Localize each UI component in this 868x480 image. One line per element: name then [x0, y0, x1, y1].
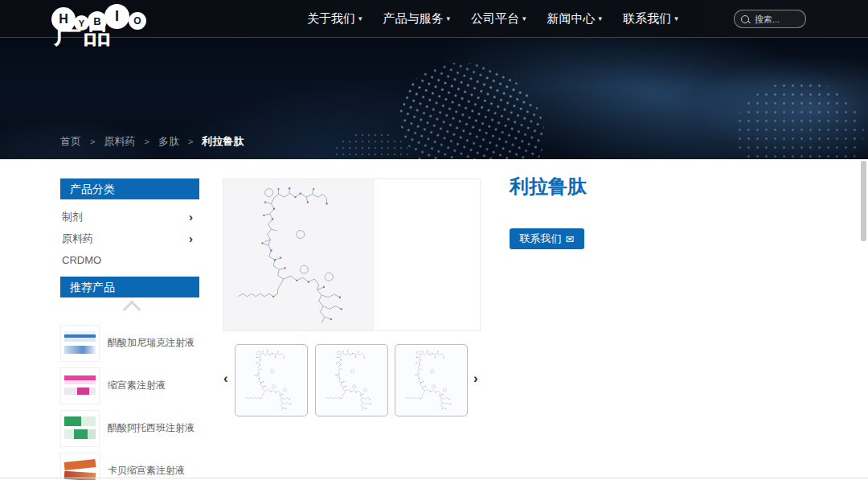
hybio-logo[interactable]: H Y B I O: [51, 2, 156, 35]
caret-down-icon: ▾: [447, 15, 451, 23]
product-category-header: 产品分类: [60, 178, 199, 199]
recommended-product-list: 醋酸加尼瑞克注射液 缩宫素注射液 醋酸阿托西班注射液 卡贝缩宫素注射液: [60, 322, 203, 480]
contact-button-label: 联系我们: [520, 232, 562, 246]
breadcrumb-home[interactable]: 首页: [60, 134, 81, 149]
page-title: 利拉鲁肽: [510, 174, 587, 199]
logo-letter: Y: [74, 15, 89, 31]
image-thumbnail-1[interactable]: [235, 344, 308, 416]
molecule-structure-image: [321, 348, 383, 412]
product-thumbnail-image: [60, 410, 100, 447]
nav-item-news-center[interactable]: 新闻中心 ▾: [547, 11, 603, 27]
contact-us-button[interactable]: 联系我们 ✉: [510, 228, 584, 249]
scrollbar-thumb[interactable]: [861, 161, 866, 241]
product-thumbnail-image: [60, 367, 100, 404]
caret-down-icon: ▾: [358, 15, 362, 23]
breadcrumb-peptides[interactable]: 多肽: [158, 134, 179, 149]
caret-down-icon: ▾: [522, 15, 526, 23]
category-label: 制剂: [62, 210, 83, 224]
main-nav: 关于我们 ▾ 产品与服务 ▾ 公司平台 ▾ 新闻中心 ▾ 联系我们 ▾: [307, 0, 678, 37]
product-name: 醋酸加尼瑞克注射液: [108, 337, 194, 350]
caret-down-icon: ▾: [674, 15, 678, 23]
logo-letter: H: [51, 7, 76, 31]
breadcrumb-separator: >: [144, 137, 149, 146]
nav-item-products-services[interactable]: 产品与服务 ▾: [383, 11, 451, 27]
nav-item-label: 公司平台: [471, 11, 519, 27]
list-item-atosiban[interactable]: 醋酸阿托西班注射液: [60, 407, 203, 449]
product-name: 卡贝缩宫素注射液: [108, 465, 185, 478]
section-divider: [0, 478, 868, 478]
breadcrumb-separator: >: [90, 137, 95, 146]
molecule-structure-image: [400, 348, 463, 412]
carousel-prev-icon[interactable]: ‹: [223, 371, 228, 385]
envelope-icon: ✉: [566, 234, 575, 244]
breadcrumb-api[interactable]: 原料药: [104, 134, 135, 149]
carousel-next-icon[interactable]: ›: [473, 371, 478, 385]
chevron-right-icon: ›: [189, 211, 193, 223]
nav-item-contact-us[interactable]: 联系我们 ▾: [623, 11, 678, 27]
breadcrumb-current: 利拉鲁肽: [202, 134, 244, 149]
chevron-up-icon[interactable]: [123, 301, 141, 319]
product-thumbnail-image: [60, 325, 100, 362]
list-item-ganirelix[interactable]: 醋酸加尼瑞克注射液: [60, 322, 203, 364]
sidebar-item-preparations[interactable]: 制剂 ›: [60, 206, 199, 228]
breadcrumb-separator: >: [188, 137, 193, 146]
page: 关于我们 ▾ 产品与服务 ▾ 公司平台 ▾ 新闻中心 ▾ 联系我们 ▾: [0, 0, 868, 480]
main-content: 产品分类 制剂 › 原料药 › CRDMO 推荐产品 醋酸加尼瑞克注射液: [0, 159, 868, 480]
product-name: 缩宫素注射液: [108, 379, 166, 392]
recommended-products-header: 推荐产品: [60, 277, 199, 297]
search-input[interactable]: [753, 14, 799, 25]
nav-item-label: 关于我们: [307, 11, 355, 27]
nav-item-label: 新闻中心: [547, 11, 596, 27]
category-label: CRDMO: [62, 254, 101, 266]
nav-item-about[interactable]: 关于我们 ▾: [307, 11, 362, 27]
sidebar-item-crdmo[interactable]: CRDMO: [60, 249, 199, 271]
hero-banner: 首页 > 原料药 > 多肽 > 利拉鲁肽: [0, 37, 868, 159]
image-thumbnail-3[interactable]: [395, 344, 468, 416]
category-list: 制剂 › 原料药 › CRDMO: [60, 206, 199, 271]
nav-item-company-platform[interactable]: 公司平台 ▾: [471, 11, 526, 27]
search-box[interactable]: [734, 10, 806, 28]
product-name: 醋酸阿托西班注射液: [108, 422, 194, 435]
product-thumbnail-image: [60, 453, 100, 480]
nav-item-label: 联系我们: [623, 11, 671, 27]
logo-letter: I: [104, 4, 129, 29]
sidebar-item-api[interactable]: 原料药 ›: [60, 228, 199, 249]
list-item-carbetocin[interactable]: 卡贝缩宫素注射液: [60, 449, 203, 480]
list-item-oxytocin[interactable]: 缩宫素注射液: [60, 364, 203, 407]
product-main-image: [223, 178, 481, 331]
molecule-structure-image: [223, 179, 375, 330]
caret-down-icon: ▾: [599, 15, 603, 23]
search-icon: [741, 15, 749, 23]
nav-item-label: 产品与服务: [383, 11, 444, 27]
category-label: 原料药: [62, 232, 93, 246]
breadcrumb: 首页 > 原料药 > 多肽 > 利拉鲁肽: [60, 134, 244, 149]
logo-letter: O: [129, 12, 146, 30]
molecule-structure-image: [240, 348, 303, 412]
chevron-right-icon: ›: [189, 232, 193, 244]
image-thumbnail-2[interactable]: [315, 344, 388, 416]
